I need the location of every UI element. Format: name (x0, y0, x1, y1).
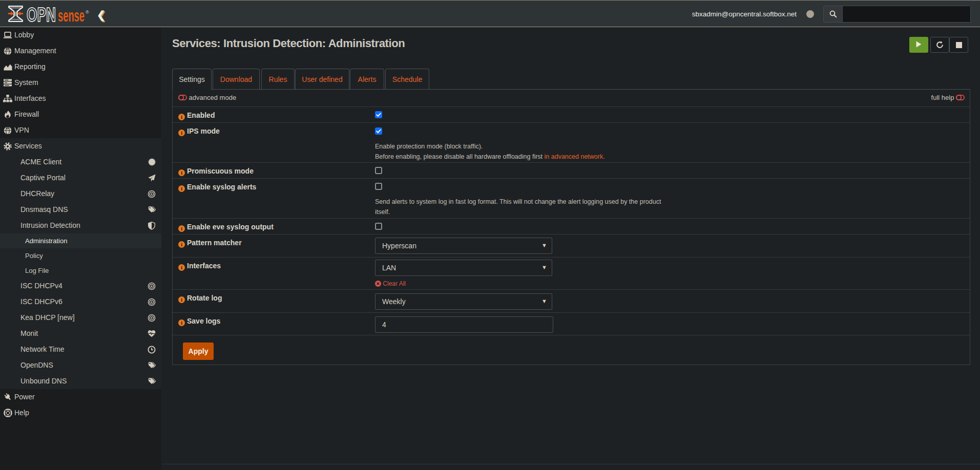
svg-text:sense: sense (58, 6, 85, 25)
svg-text:®: ® (86, 10, 89, 15)
svg-text:OPN: OPN (27, 4, 56, 25)
